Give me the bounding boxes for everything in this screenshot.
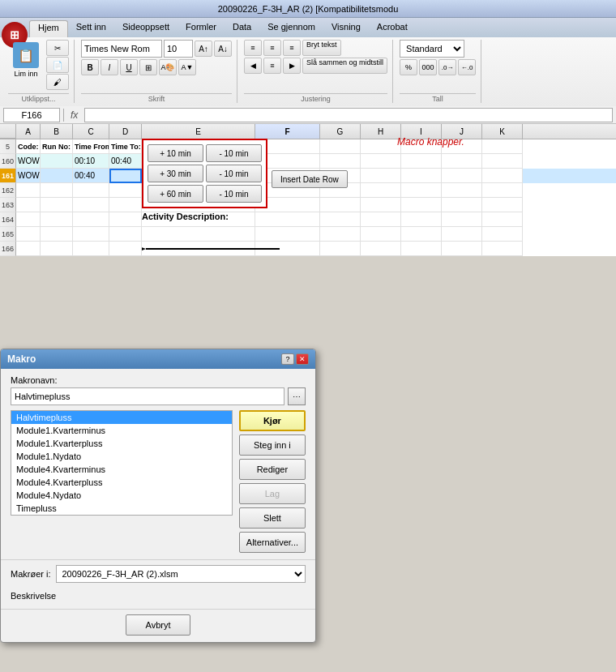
dialog-help-button[interactable]: ? <box>281 353 294 365</box>
tab-hjem[interactable]: Hjem <box>29 20 68 37</box>
paste-button[interactable]: 📋 Lim inn <box>8 40 44 80</box>
macro-list-item[interactable]: Module4.Kvarterminus <box>11 463 232 476</box>
tab-visning[interactable]: Visning <box>323 20 369 37</box>
align-right[interactable]: ▶ <box>283 58 301 74</box>
cell-K163[interactable] <box>482 198 523 212</box>
cell-K161[interactable] <box>482 169 523 183</box>
format-painter-button[interactable]: 🖌 <box>46 74 69 90</box>
macro-list-item[interactable]: Module1.Kvarterminus <box>11 424 232 437</box>
cell-J164[interactable] <box>442 212 482 227</box>
cell-J166[interactable] <box>442 242 482 256</box>
cell-I165[interactable] <box>401 227 442 242</box>
cell-G160[interactable] <box>320 154 361 169</box>
cell-K162[interactable] <box>482 183 523 198</box>
dialog-close-button[interactable]: ✕ <box>296 353 309 365</box>
cell-J162[interactable] <box>442 183 482 198</box>
cell-G163[interactable] <box>320 198 361 212</box>
fill-color-button[interactable]: A🎨 <box>159 59 177 75</box>
dec-decrease-btn[interactable]: ←.0 <box>458 59 476 75</box>
edit-button[interactable]: Rediger <box>239 459 306 480</box>
formula-input[interactable] <box>84 108 613 122</box>
align-top-right[interactable]: ≡ <box>283 40 301 56</box>
cell-D161[interactable] <box>109 169 142 183</box>
row-num-5[interactable]: 5 <box>0 139 16 154</box>
macro-list-item[interactable]: Halvtimepluss <box>11 411 232 424</box>
row-num-162[interactable]: 162 <box>0 183 16 198</box>
tab-sett-inn[interactable]: Sett inn <box>68 20 114 37</box>
macro-name-input[interactable] <box>11 387 284 405</box>
col-header-E[interactable]: E <box>142 124 255 139</box>
bold-button[interactable]: B <box>81 59 99 75</box>
cell-B160[interactable] <box>41 154 73 169</box>
align-top-center[interactable]: ≡ <box>263 40 281 56</box>
cell-D162[interactable] <box>109 183 142 198</box>
copy-button[interactable]: 📄 <box>46 57 69 73</box>
wrap-text-button[interactable]: Bryt tekst <box>302 40 341 56</box>
cut-button[interactable]: ✂ <box>46 40 69 56</box>
minus-10-min-button-3[interactable]: - 10 min <box>206 185 262 203</box>
cell-J163[interactable] <box>442 198 482 212</box>
minus-10-min-button-1[interactable]: - 10 min <box>206 144 262 162</box>
row-num-165[interactable]: 165 <box>0 227 16 242</box>
row-num-163[interactable]: 163 <box>0 198 16 212</box>
cell-A164[interactable] <box>16 212 41 227</box>
col-header-K[interactable]: K <box>482 124 523 139</box>
row-num-166[interactable]: 166 <box>0 242 16 256</box>
cell-A162[interactable] <box>16 183 41 198</box>
cell-I163[interactable] <box>401 198 442 212</box>
cell-H161[interactable] <box>361 169 401 183</box>
macro-name-browse-button[interactable]: ⋯ <box>288 387 306 405</box>
align-left[interactable]: ◀ <box>244 58 262 74</box>
cell-K5[interactable] <box>482 139 523 154</box>
cell-H166[interactable] <box>361 242 401 256</box>
row-num-160[interactable]: 160 <box>0 154 16 169</box>
tab-acrobat[interactable]: Acrobat <box>369 20 416 37</box>
cell-I160[interactable] <box>401 154 442 169</box>
cell-H160[interactable] <box>361 154 401 169</box>
macro-list-item[interactable]: Timepluss <box>11 502 232 515</box>
step-into-button[interactable]: Steg inn i <box>239 434 306 456</box>
cell-D163[interactable] <box>109 198 142 212</box>
border-button[interactable]: ⊞ <box>139 59 157 75</box>
makroer-select[interactable]: 20090226_F-3H_AR (2).xlsm <box>56 565 306 583</box>
cell-B166[interactable] <box>41 242 73 256</box>
cell-D165[interactable] <box>109 227 142 242</box>
cell-I164[interactable] <box>401 212 442 227</box>
cell-G166[interactable] <box>320 242 361 256</box>
run-button[interactable]: Kjør <box>239 410 306 431</box>
cell-D160[interactable]: 00:40 <box>109 154 142 169</box>
macro-list-item[interactable]: Module4.Nydato <box>11 489 232 502</box>
cell-B163[interactable] <box>41 198 73 212</box>
col-header-G[interactable]: G <box>320 124 361 139</box>
cell-K165[interactable] <box>482 227 523 242</box>
col-header-F[interactable]: F <box>255 124 320 139</box>
plus-10-min-button[interactable]: + 10 min <box>148 144 203 162</box>
cell-B165[interactable] <box>41 227 73 242</box>
cell-H164[interactable] <box>361 212 401 227</box>
tab-formler[interactable]: Formler <box>178 20 225 37</box>
font-color-button[interactable]: A▼ <box>178 59 196 75</box>
col-header-C[interactable]: C <box>73 124 109 139</box>
cell-C163[interactable] <box>73 198 109 212</box>
cell-C160[interactable]: 00:10 <box>73 154 109 169</box>
cell-C165[interactable] <box>73 227 109 242</box>
row-num-161[interactable]: 161 <box>0 169 16 183</box>
cell-C161[interactable]: 00:40 <box>73 169 109 183</box>
tab-sideoppsett[interactable]: Sideoppsett <box>114 20 178 37</box>
cell-reference-input[interactable] <box>3 108 60 122</box>
align-top-left[interactable]: ≡ <box>244 40 262 56</box>
cell-B162[interactable] <box>41 183 73 198</box>
cell-G165[interactable] <box>320 227 361 242</box>
cell-C162[interactable] <box>73 183 109 198</box>
macro-list-item[interactable]: Module4.Kvarterpluss <box>11 476 232 489</box>
cell-C164[interactable] <box>73 212 109 227</box>
cell-B5[interactable]: Run No: <box>41 139 73 154</box>
number-format-select[interactable]: Standard <box>400 40 464 58</box>
cell-B161[interactable] <box>41 169 73 183</box>
cell-J165[interactable] <box>442 227 482 242</box>
cell-H5[interactable] <box>361 139 401 154</box>
macro-list[interactable]: HalvtimeplussModule1.KvarterminusModule1… <box>11 410 233 516</box>
cell-I166[interactable] <box>401 242 442 256</box>
cell-G5[interactable] <box>320 139 361 154</box>
cell-A163[interactable] <box>16 198 41 212</box>
